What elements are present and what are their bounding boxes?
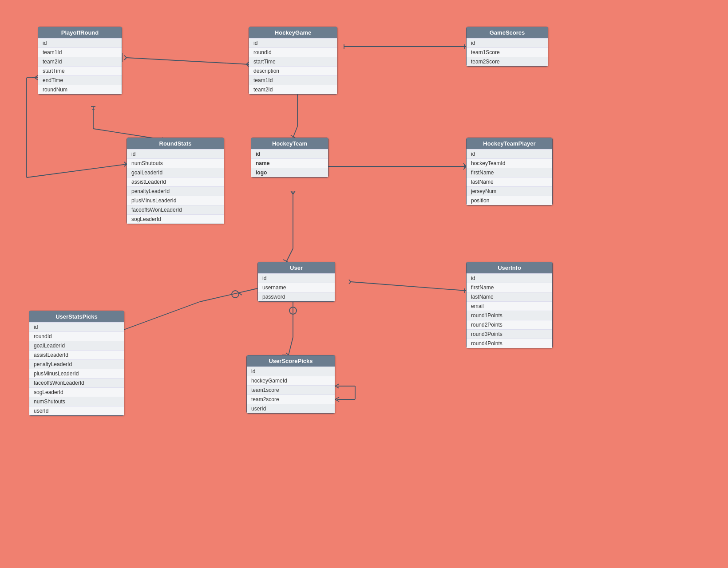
entity-roundstats: RoundStats id numShutouts goalLeaderId a… <box>127 138 224 224</box>
field-gs-id: id <box>467 38 548 47</box>
field-usp-faceoffswonleaderid: faceoffsWonLeaderId <box>29 378 124 387</box>
entity-userstatspicks-header: UserStatsPicks <box>29 311 124 322</box>
svg-line-43 <box>349 280 351 282</box>
entity-gamescores-header: GameScores <box>467 27 548 38</box>
field-usp-penaltyleaderid: penaltyLeaderId <box>29 359 124 369</box>
field-usp-id: id <box>29 322 124 331</box>
field-ui-firstname: firstName <box>467 283 552 292</box>
field-u-id: id <box>258 273 335 283</box>
field-hg-team1id: team1Id <box>249 75 337 85</box>
svg-line-21 <box>293 126 297 138</box>
svg-line-40 <box>293 191 295 194</box>
field-hg-roundid: roundId <box>249 47 337 57</box>
field-rs-faceoffswonleaderid: faceoffsWonLeaderId <box>127 205 224 214</box>
field-rs-assistleaderid: assistLeaderId <box>127 177 224 186</box>
entity-userscorepicks-header: UserScorePicks <box>247 355 335 367</box>
svg-line-61 <box>335 384 339 386</box>
field-pr-starttime: startTime <box>38 66 122 75</box>
field-rs-id: id <box>127 149 224 158</box>
field-pr-roundnum: roundNum <box>38 85 122 94</box>
field-usp-userid: userId <box>29 406 124 415</box>
entity-userscorepicks: UserScorePicks id hockeyGameId team1scor… <box>246 355 335 414</box>
svg-line-0 <box>127 58 249 64</box>
field-ht-id: id <box>251 149 328 158</box>
svg-line-41 <box>351 282 466 291</box>
entity-user-header: User <box>258 262 335 273</box>
svg-line-45 <box>200 288 257 302</box>
svg-point-47 <box>232 291 239 298</box>
field-rs-penaltyleaderid: penaltyLeaderId <box>127 186 224 196</box>
field-usp-numshutouts: numShutouts <box>29 397 124 406</box>
field-usp-goalleaderid: goalLeaderId <box>29 341 124 350</box>
svg-line-53 <box>289 337 293 355</box>
field-uscop-team2score: team2score <box>247 394 335 404</box>
field-ui-round4points: round4Points <box>467 339 552 348</box>
entity-gamescores: GameScores id team1Score team2Score <box>466 27 548 67</box>
field-usp-roundid: roundId <box>29 331 124 341</box>
field-ht-name: name <box>251 158 328 168</box>
entity-user: User id username password <box>257 262 335 302</box>
field-ui-round3points: round3Points <box>467 329 552 339</box>
field-htp-lastname: lastName <box>467 177 552 186</box>
entity-userinfo: UserInfo id firstName lastName email rou… <box>466 262 553 348</box>
svg-line-12 <box>35 78 38 80</box>
field-ui-id: id <box>467 273 552 283</box>
entity-hockeyteamplayer: HockeyTeamPlayer id hockeyTeamId firstNa… <box>466 138 553 205</box>
svg-line-11 <box>35 75 38 78</box>
field-uscop-userid: userId <box>247 404 335 413</box>
svg-line-39 <box>291 191 293 194</box>
field-gs-team1score: team1Score <box>467 47 548 57</box>
field-pr-team2id: team2Id <box>38 57 122 66</box>
field-uscop-hockeygameid: hockeyGameId <box>247 376 335 385</box>
field-ui-round1points: round1Points <box>467 311 552 320</box>
field-hg-starttime: startTime <box>249 57 337 66</box>
svg-line-48 <box>239 293 242 295</box>
field-uscop-id: id <box>247 367 335 376</box>
entity-hockeyteamplayer-header: HockeyTeamPlayer <box>467 138 552 149</box>
svg-line-63 <box>335 397 339 399</box>
svg-line-62 <box>335 386 339 388</box>
field-uscop-team1score: team1score <box>247 385 335 394</box>
field-htp-hockeyteamid: hockeyTeamId <box>467 158 552 168</box>
field-pr-team1id: team1Id <box>38 47 122 57</box>
entity-playoffround: PlayoffRound id team1Id team2Id startTim… <box>38 27 122 95</box>
field-gs-team2score: team2Score <box>467 57 548 66</box>
svg-point-54 <box>289 307 297 314</box>
entity-userinfo-header: UserInfo <box>467 262 552 273</box>
field-hg-description: description <box>249 66 337 75</box>
field-ui-email: email <box>467 301 552 311</box>
svg-line-2 <box>124 58 127 60</box>
svg-line-44 <box>349 282 351 284</box>
svg-line-64 <box>335 399 339 402</box>
field-ht-logo: logo <box>251 168 328 177</box>
entity-hockeyteam: HockeyTeam id name logo <box>251 138 328 178</box>
field-hg-id: id <box>249 38 337 47</box>
entity-playoffround-header: PlayoffRound <box>38 27 122 38</box>
field-usp-sogleaderid: sogLeaderId <box>29 387 124 397</box>
field-hg-team2id: team2Id <box>249 85 337 94</box>
svg-line-36 <box>286 248 293 262</box>
svg-line-46 <box>115 302 200 333</box>
field-rs-sogleaderid: sogLeaderId <box>127 214 224 224</box>
field-rs-plusminusleaderid: plusMinusLeaderId <box>127 196 224 205</box>
svg-line-1 <box>124 55 127 58</box>
entity-roundstats-header: RoundStats <box>127 138 224 149</box>
field-pr-id: id <box>38 38 122 47</box>
field-ui-lastname: lastName <box>467 292 552 301</box>
field-rs-numshutouts: numShutouts <box>127 158 224 168</box>
field-rs-goalleaderid: goalLeaderId <box>127 168 224 177</box>
field-u-password: password <box>258 292 335 301</box>
entity-userstatspicks: UserStatsPicks id roundId goalLeaderId a… <box>29 311 124 416</box>
field-htp-firstname: firstName <box>467 168 552 177</box>
field-pr-endtime: endTime <box>38 75 122 85</box>
field-usp-assistleaderid: assistLeaderId <box>29 350 124 359</box>
field-ui-round2points: round2Points <box>467 320 552 329</box>
field-htp-id: id <box>467 149 552 158</box>
entity-hockeygame: HockeyGame id roundId startTime descript… <box>249 27 337 95</box>
entity-hockeygame-header: HockeyGame <box>249 27 337 38</box>
field-usp-plusminusleaderid: plusMinusLeaderId <box>29 369 124 378</box>
field-htp-position: position <box>467 196 552 205</box>
field-htp-jerseynum: jerseyNum <box>467 186 552 196</box>
svg-line-8 <box>27 164 127 178</box>
entity-hockeyteam-header: HockeyTeam <box>251 138 328 149</box>
